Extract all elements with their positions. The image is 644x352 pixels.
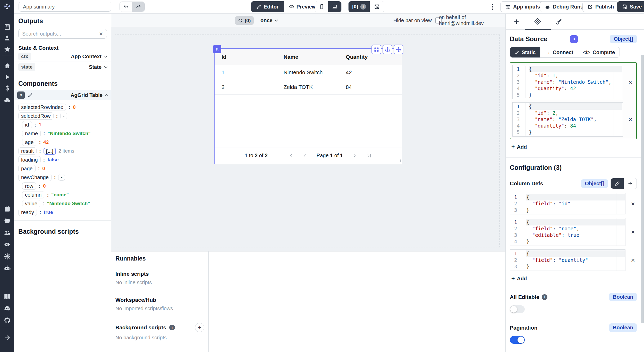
favorites-star-icon[interactable] (0, 44, 14, 54)
discord-icon[interactable] (0, 304, 14, 313)
resources-boxes-icon[interactable] (0, 95, 14, 105)
mode-switch: Editor Preview (251, 1, 321, 12)
state-row[interactable]: state State (14, 62, 111, 72)
static-tab[interactable]: Static (510, 47, 540, 57)
output-row[interactable]: result:[...]2 items (18, 147, 107, 155)
next-page-icon[interactable] (352, 153, 357, 158)
output-row[interactable]: name:"Nintendo Switch" (22, 129, 107, 138)
workspace-icon[interactable] (0, 22, 14, 32)
output-row[interactable]: selectedRow:- (18, 112, 107, 120)
json-code-editor[interactable]: 1234{ "field": "name", "editable": true} (510, 218, 625, 246)
app-inputs-label: App inputs (513, 4, 540, 10)
audit-logs-eye-icon[interactable] (0, 240, 14, 249)
json-code-editor[interactable]: 123{ "field": "quantity"} (510, 249, 625, 271)
expand-component-button[interactable] (371, 45, 381, 54)
expand-rail-arrow-icon[interactable] (0, 333, 14, 343)
output-row[interactable]: row:0 (22, 182, 107, 190)
refresh-button[interactable]: (0) (235, 16, 254, 25)
debug-runs-button[interactable]: Debug Runs (540, 1, 588, 12)
connect-tab[interactable]: →Connect (540, 47, 578, 57)
aggrid-table-component[interactable]: a IdNameQuantity 1Nintendo Switch422Zeld… (214, 48, 402, 164)
search-outputs-input[interactable] (18, 29, 107, 39)
remove-item-icon[interactable]: × (629, 257, 637, 264)
pagination-toggle[interactable] (510, 336, 525, 344)
add-background-script-button[interactable]: + (195, 323, 204, 332)
scrollbar-thumb[interactable] (641, 55, 644, 323)
json-code-editor[interactable]: 12345{ "id": 1, "name": "Nintendo Switch… (512, 65, 623, 99)
output-row[interactable]: ready:true (18, 208, 107, 217)
connect-label: Connect (553, 49, 573, 55)
table-row[interactable]: 2Zelda TOTK84 (215, 80, 402, 95)
clear-search-icon[interactable]: × (97, 30, 105, 38)
undo-button[interactable] (120, 2, 132, 12)
styling-tab-brush-icon[interactable] (555, 18, 562, 25)
groups-icon[interactable] (0, 228, 14, 238)
output-row[interactable]: page:0 (18, 164, 107, 173)
move-component-button[interactable] (394, 45, 403, 54)
table-column-header[interactable]: Id (215, 54, 277, 60)
output-row[interactable]: selectedRowIndex:0 (18, 103, 107, 112)
desktop-view-button[interactable] (328, 1, 341, 12)
add-column-def-button[interactable]: +Add (510, 275, 528, 282)
remove-item-icon[interactable]: × (629, 200, 637, 207)
docs-book-icon[interactable] (0, 292, 14, 301)
resize-handle[interactable] (398, 160, 401, 162)
remove-item-icon[interactable]: × (626, 116, 634, 123)
schedules-calendar-icon[interactable] (0, 204, 14, 214)
fullscreen-button[interactable] (370, 1, 384, 12)
connect-arrow-button[interactable] (624, 178, 637, 189)
component-settings-tab-icon[interactable] (534, 18, 541, 25)
schedule-policy-dropdown[interactable]: once (259, 16, 279, 25)
component-badge[interactable]: a (213, 45, 221, 53)
json-code-editor[interactable]: 12345{ "id": 2, "name": "Zelda TOTK", "q… (512, 102, 623, 137)
remove-item-icon[interactable]: × (629, 228, 637, 236)
add-label: Add (517, 276, 527, 282)
all-editable-toggle[interactable] (510, 305, 525, 313)
first-page-icon[interactable] (288, 153, 293, 158)
add-data-source-item-button[interactable]: +Add (510, 143, 528, 151)
runnables-panel: Runnables Inline scripts No inline scrip… (111, 252, 209, 352)
compute-tab[interactable]: </>Compute (578, 47, 620, 57)
edit-static-button[interactable] (611, 178, 624, 189)
redo-button[interactable] (132, 2, 145, 12)
settings-gear-icon[interactable] (0, 252, 14, 261)
diff-button[interactable]: |0|i (349, 1, 370, 12)
home-icon[interactable] (0, 61, 14, 71)
publish-button[interactable]: Publish (582, 1, 619, 12)
app-inputs-button[interactable]: App inputs (500, 1, 545, 12)
variables-dollar-icon[interactable] (0, 83, 14, 93)
output-row[interactable]: value:"Nintendo Switch" (22, 199, 107, 208)
save-button[interactable]: Save (617, 1, 644, 12)
output-row[interactable]: id:1 (22, 120, 107, 129)
json-code-editor[interactable]: 123{ "field": "id"} (510, 193, 625, 214)
runs-play-icon[interactable] (0, 72, 14, 82)
prev-page-icon[interactable] (302, 153, 307, 158)
ctx-row[interactable]: ctx App Context (14, 51, 111, 62)
output-row[interactable]: loading:false (18, 155, 107, 164)
folders-icon[interactable] (0, 216, 14, 226)
pagination-range: 1 to 2 of 2 (245, 153, 268, 158)
table-column-header[interactable]: Name (277, 54, 339, 60)
editor-tab[interactable]: Editor (251, 1, 284, 12)
anchor-component-button[interactable] (383, 45, 392, 54)
more-menu-kebab-icon[interactable]: ⋮ (488, 3, 498, 11)
output-row[interactable]: column:"name" (22, 190, 107, 199)
type-badge: Object[] (610, 35, 637, 43)
remove-item-icon[interactable]: × (626, 79, 634, 86)
github-icon[interactable] (0, 315, 14, 325)
table-column-header[interactable]: Quantity (339, 54, 402, 60)
app-summary-input[interactable] (19, 2, 111, 12)
ai-bot-icon[interactable] (0, 263, 14, 273)
windmill-logo-icon[interactable] (0, 3, 14, 10)
component-row-header[interactable]: a AgGrid Table (14, 90, 111, 100)
edit-pencil-icon[interactable] (28, 93, 33, 98)
output-row[interactable]: newChange:- (18, 173, 107, 182)
mobile-view-button[interactable] (315, 1, 328, 12)
save-label: Save (630, 4, 642, 10)
insert-component-tab-plus-icon[interactable] (513, 18, 520, 25)
canvas-grid[interactable]: a IdNameQuantity 1Nintendo Switch422Zeld… (115, 35, 500, 247)
output-row[interactable]: age:42 (22, 138, 107, 147)
last-page-icon[interactable] (367, 153, 372, 158)
user-icon[interactable] (0, 33, 14, 43)
table-row[interactable]: 1Nintendo Switch42 (215, 65, 402, 80)
